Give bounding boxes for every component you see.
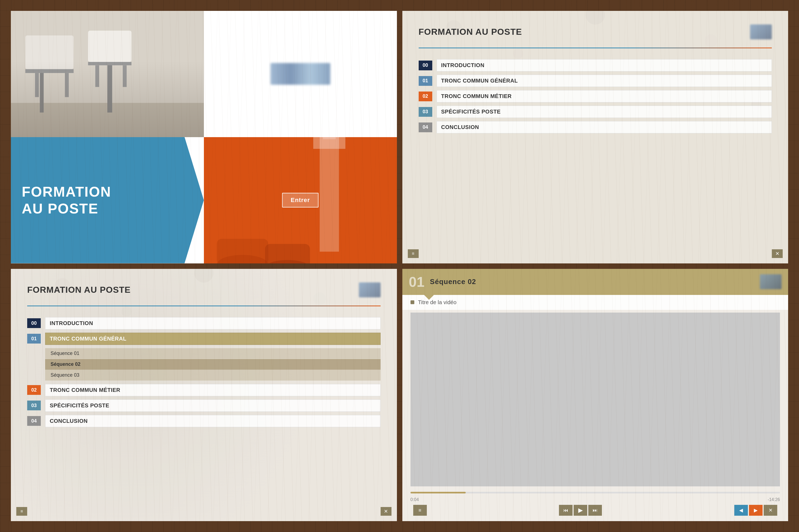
svg-rect-6 (35, 73, 39, 97)
panel-title: FORMATION AU POSTE (419, 27, 750, 37)
close-icon[interactable]: ✕ (772, 249, 783, 258)
header-avatar (750, 24, 772, 39)
cover-photo-industrial: Entrer (204, 137, 397, 263)
header-divider-3 (27, 305, 381, 306)
cover-title-line2: AU POSTE (22, 200, 98, 217)
video-subtitle-bar: Titre de la vidéo (402, 295, 788, 310)
menu-label-2: TRONC COMMUN MÉTIER (437, 90, 772, 102)
menu-number-3-2: 02 (27, 385, 41, 395)
video-header-chevron (424, 295, 434, 300)
svg-point-23 (513, 48, 523, 59)
svg-rect-1 (11, 103, 204, 137)
svg-rect-7 (65, 73, 69, 97)
menu-number-1: 01 (419, 76, 432, 86)
header-divider (419, 48, 772, 48)
menu-item-3-4[interactable]: 04 CONCLUSION (27, 415, 381, 427)
next-nav-button[interactable]: ▶ (749, 505, 763, 516)
video-screen (411, 312, 780, 487)
header-avatar-3 (359, 282, 381, 297)
menu-item-1[interactable]: 01 TRONC COMMUN GÉNÉRAL (419, 75, 772, 87)
menu-item-3-3[interactable]: 03 SPÉCIFICITÉS POSTE (27, 399, 381, 412)
menu-number-4: 04 (419, 122, 432, 132)
svg-rect-18 (217, 239, 268, 263)
menu-list-3: 00 INTRODUCTION 01 TRONC COMMUN GÉNÉRAL … (27, 317, 381, 427)
cover-photo-office (11, 11, 204, 137)
panel-menu-expanded: FORMATION AU POSTE 00 INTRODUCTION 01 TR… (11, 269, 397, 521)
menu-item-2[interactable]: 02 TRONC COMMUN MÉTIER (419, 90, 772, 102)
svg-rect-4 (25, 35, 73, 69)
menu-button-video[interactable]: ≡ (413, 505, 427, 516)
svg-rect-21 (402, 11, 788, 263)
sub-item-2[interactable]: Séquence 03 (45, 370, 381, 381)
menu-number-3-4: 04 (27, 416, 41, 426)
svg-rect-9 (88, 62, 131, 65)
menu-item-3[interactable]: 03 SPÉCIFICITÉS POSTE (419, 106, 772, 118)
menu-icon-3[interactable]: ≡ (16, 507, 27, 516)
menu-label-3-1: TRONC COMMUN GÉNÉRAL (45, 333, 381, 345)
enter-button[interactable]: Entrer (282, 193, 319, 208)
video-time-labels: 0:04 -14:26 (411, 497, 780, 502)
menu-number-0: 00 (419, 60, 432, 70)
panel-title-3: FORMATION AU POSTE (27, 285, 359, 295)
menu-label-3-3: SPÉCIFICITÉS POSTE (45, 399, 381, 412)
video-time-total: -14:26 (768, 497, 780, 502)
video-header-avatar (760, 274, 782, 289)
video-progress-bar[interactable] (411, 492, 780, 493)
menu-number-3: 03 (419, 107, 432, 117)
svg-point-29 (122, 306, 132, 317)
close-icon-3[interactable]: ✕ (381, 507, 392, 516)
fast-forward-button[interactable]: ⏭ (588, 505, 602, 516)
menu-number-3-1: 01 (27, 334, 41, 344)
menu-icon[interactable]: ≡ (408, 249, 419, 258)
panel-header-3: FORMATION AU POSTE (27, 282, 381, 297)
panel-menu-simple: FORMATION AU POSTE 00 INTRODUCTION 01 TR… (402, 11, 788, 263)
svg-rect-16 (323, 137, 335, 139)
svg-rect-8 (88, 31, 131, 62)
svg-rect-0 (11, 11, 204, 137)
video-progress-fill (411, 492, 466, 493)
menu-label-1: TRONC COMMUN GÉNÉRAL (437, 75, 772, 87)
menu-number-3-3: 03 (27, 401, 41, 410)
menu-item-3-1[interactable]: 01 TRONC COMMUN GÉNÉRAL (27, 333, 381, 345)
menu-label-3-0: INTRODUCTION (45, 317, 381, 329)
menu-list: 00 INTRODUCTION 01 TRONC COMMUN GÉNÉRAL … (419, 59, 772, 133)
video-time-current: 0:04 (411, 497, 419, 502)
video-title-text: Titre de la vidéo (418, 299, 457, 305)
nav-buttons: ◀ ▶ ✕ (734, 505, 777, 516)
video-buttons-row: ≡ ⏮ ▶ ⏭ ◀ ▶ ✕ (411, 505, 780, 516)
menu-label-4: CONCLUSION (437, 121, 772, 133)
panel-header: FORMATION AU POSTE (419, 24, 772, 39)
cover-title-line1: FORMATION (22, 183, 111, 200)
video-seq-title: Séquence 02 (430, 278, 755, 286)
svg-rect-2 (40, 55, 43, 112)
menu-item-3-2[interactable]: 02 TRONC COMMUN MÉTIER (27, 384, 381, 396)
menu-number-3-0: 00 (27, 318, 41, 328)
menu-label-3-4: CONCLUSION (45, 415, 381, 427)
panel-footer-3: ≡ ✕ (16, 507, 392, 516)
sub-item-1[interactable]: Séquence 02 (45, 359, 381, 370)
playback-controls: ⏮ ▶ ⏭ (559, 505, 602, 516)
video-controls: 0:04 -14:26 ≡ ⏮ ▶ ⏭ ◀ ▶ ✕ (402, 489, 788, 521)
menu-number-2: 02 (419, 92, 432, 101)
panel-cover: FORMATION AU POSTE Entrer (11, 11, 397, 263)
cover-logo (204, 11, 397, 137)
svg-rect-10 (95, 65, 99, 87)
close-video-button[interactable]: ✕ (764, 505, 777, 516)
svg-rect-5 (25, 69, 73, 73)
menu-item-0[interactable]: 00 INTRODUCTION (419, 59, 772, 72)
video-seq-number: 01 (409, 274, 425, 290)
video-header: 01 Séquence 02 (402, 269, 788, 295)
menu-item-3-0[interactable]: 00 INTRODUCTION (27, 317, 381, 329)
sub-menu-list: Séquence 01 Séquence 02 Séquence 03 (45, 348, 381, 381)
panel-footer: ≡ ✕ (408, 249, 783, 258)
svg-rect-11 (123, 65, 127, 87)
prev-nav-button[interactable]: ◀ (734, 505, 748, 516)
menu-label-3-2: TRONC COMMUN MÉTIER (45, 384, 381, 396)
rewind-button[interactable]: ⏮ (559, 505, 573, 516)
svg-rect-20 (265, 244, 310, 263)
svg-rect-14 (320, 137, 339, 252)
menu-item-4[interactable]: 04 CONCLUSION (419, 121, 772, 133)
sub-item-0[interactable]: Séquence 01 (45, 348, 381, 359)
play-button[interactable]: ▶ (574, 505, 587, 516)
menu-label-0: INTRODUCTION (437, 59, 772, 72)
